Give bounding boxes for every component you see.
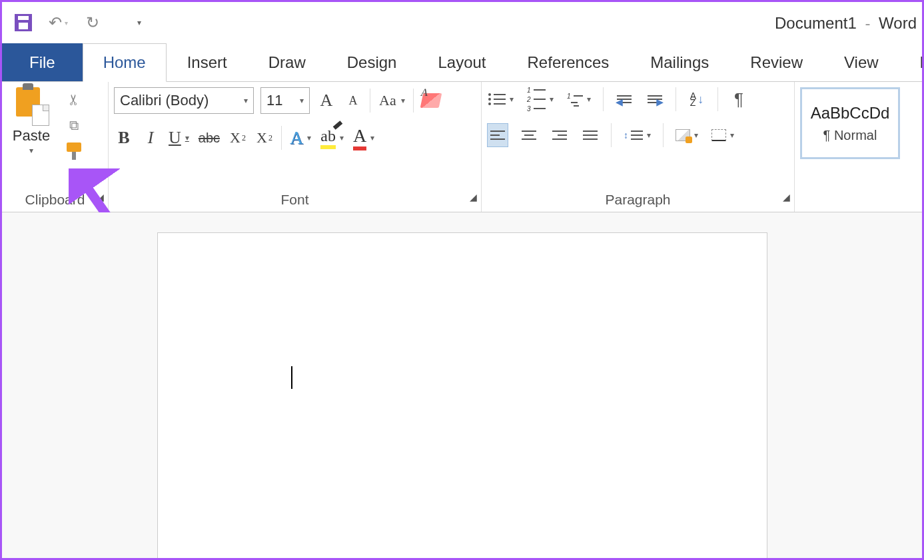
ribbon: Paste ▾ ✂ ⧉ Clipboard◢ Calibri (Body)▾ 1… <box>2 82 922 212</box>
borders-button[interactable]: ▾ <box>710 123 735 147</box>
save-button[interactable] <box>10 9 37 36</box>
clear-formatting-button[interactable] <box>420 89 442 113</box>
tab-references[interactable]: References <box>507 43 630 81</box>
sort-button[interactable]: AZ↓ <box>687 87 707 111</box>
style-normal[interactable]: AaBbCcDd ¶ Normal <box>800 87 900 159</box>
sort-icon: AZ <box>690 93 696 106</box>
subscript-button[interactable]: X2 <box>228 126 248 150</box>
chevron-down-icon: ▾ <box>550 95 554 104</box>
multilevel-list-button[interactable]: 1▾ <box>566 87 592 111</box>
increase-indent-button[interactable]: ◀ <box>645 87 665 111</box>
highlight-button[interactable]: ab▾ <box>319 126 345 150</box>
tab-draw[interactable]: Draw <box>248 43 326 81</box>
chevron-down-icon: ▾ <box>300 96 304 105</box>
tab-mailings[interactable]: Mailings <box>630 43 729 81</box>
grow-font-icon: A <box>320 91 333 111</box>
align-center-icon <box>522 131 536 140</box>
grow-font-button[interactable]: A <box>316 89 336 113</box>
save-icon <box>15 14 32 31</box>
group-styles: AaBbCcDd ¶ Normal <box>795 82 905 212</box>
tab-review[interactable]: Review <box>729 43 823 81</box>
chevron-down-icon: ▾ <box>185 133 189 143</box>
window-title: Document1 - Word <box>775 14 917 33</box>
group-paragraph: ▾ 123▾ 1▾ ◀ ◀ AZ↓ ¶ ↕▾ ▾ ▾ <box>482 82 795 212</box>
copy-button[interactable]: ⧉ <box>69 118 79 133</box>
align-center-button[interactable] <box>519 123 539 147</box>
chevron-down-icon: ▾ <box>730 131 734 140</box>
multilevel-icon: 1 <box>567 93 583 107</box>
document-page[interactable] <box>157 232 767 558</box>
group-font: Calibri (Body)▾ 11▾ A A Aa▾ B I U▾ abc X… <box>109 82 482 212</box>
decrease-indent-icon: ◀ <box>617 95 632 103</box>
font-color-button[interactable]: A▾ <box>352 126 376 150</box>
tab-help[interactable]: Help <box>899 43 924 81</box>
tab-layout[interactable]: Layout <box>417 43 506 81</box>
font-launcher-icon[interactable]: ◢ <box>470 192 477 202</box>
ribbon-tabs: File Home Insert Draw Design Layout Refe… <box>2 43 922 82</box>
text-effects-button[interactable]: A▾ <box>288 126 312 150</box>
underline-button[interactable]: U▾ <box>167 126 191 150</box>
bullets-button[interactable]: ▾ <box>487 87 515 111</box>
borders-icon <box>711 129 726 141</box>
increase-indent-icon: ◀ <box>648 95 662 103</box>
style-preview-text: AaBbCcDd <box>811 104 890 123</box>
chevron-down-icon: ▾ <box>137 18 141 27</box>
decrease-indent-button[interactable]: ◀ <box>614 87 634 111</box>
justify-button[interactable] <box>580 123 600 147</box>
shrink-font-button[interactable]: A <box>343 89 363 113</box>
chevron-down-icon: ▾ <box>647 131 651 140</box>
group-clipboard: Paste ▾ ✂ ⧉ Clipboard◢ <box>2 82 109 212</box>
chevron-down-icon: ▾ <box>307 133 311 142</box>
line-spacing-icon: ↕ <box>624 130 643 140</box>
quick-access-toolbar: ↶▾ ↻ ▾ Document1 - Word <box>2 2 922 43</box>
clipboard-launcher-icon[interactable]: ◢ <box>97 192 104 202</box>
chevron-down-icon: ▾ <box>370 133 374 142</box>
tab-view[interactable]: View <box>823 43 899 81</box>
align-right-button[interactable] <box>550 123 570 147</box>
tab-insert[interactable]: Insert <box>167 43 248 81</box>
show-marks-button[interactable]: ¶ <box>729 87 749 111</box>
format-painter-button[interactable] <box>67 142 81 160</box>
chevron-down-icon[interactable]: ▾ <box>65 19 68 27</box>
clipboard-group-label: Clipboard <box>25 192 85 207</box>
undo-icon: ↶ <box>49 13 62 32</box>
bold-button[interactable]: B <box>114 126 134 150</box>
paste-label: Paste <box>13 127 50 144</box>
undo-button[interactable]: ↶▾ <box>45 9 71 36</box>
chevron-down-icon: ▾ <box>401 96 405 105</box>
text-cursor <box>291 366 292 389</box>
superscript-button[interactable]: X2 <box>254 126 274 150</box>
eraser-icon <box>420 93 442 108</box>
font-size-dropdown[interactable]: 11▾ <box>260 87 310 114</box>
text-effects-icon: A <box>290 127 303 148</box>
style-name-text: Normal <box>834 128 877 142</box>
redo-button[interactable]: ↻ <box>79 9 106 36</box>
paste-icon <box>13 87 49 126</box>
cut-button[interactable]: ✂ <box>65 94 83 106</box>
customize-qat-button[interactable]: ▾ <box>126 9 153 36</box>
change-case-button[interactable]: Aa▾ <box>377 89 406 113</box>
paragraph-group-label: Paragraph <box>605 192 670 207</box>
paste-button[interactable]: Paste ▾ <box>7 87 55 155</box>
strikethrough-button[interactable]: abc <box>197 126 221 150</box>
numbering-button[interactable]: 123▾ <box>526 87 555 111</box>
align-left-icon <box>490 131 505 140</box>
app-name: Word <box>879 14 917 32</box>
font-color-icon: A <box>353 125 366 150</box>
tab-design[interactable]: Design <box>326 43 418 81</box>
chevron-down-icon[interactable]: ▾ <box>29 146 33 155</box>
shading-icon <box>676 129 690 141</box>
tab-home[interactable]: Home <box>83 43 167 82</box>
italic-button[interactable]: I <box>141 126 161 150</box>
tab-file[interactable]: File <box>2 43 83 81</box>
paragraph-launcher-icon[interactable]: ◢ <box>783 192 790 202</box>
numbering-icon: 123 <box>527 87 546 113</box>
document-name: Document1 <box>775 14 857 32</box>
line-spacing-button[interactable]: ↕▾ <box>622 123 652 147</box>
font-name-dropdown[interactable]: Calibri (Body)▾ <box>114 87 254 114</box>
bullets-icon <box>488 93 506 105</box>
shading-button[interactable]: ▾ <box>674 123 699 147</box>
chevron-down-icon: ▾ <box>510 95 514 104</box>
chevron-down-icon: ▾ <box>587 95 591 104</box>
align-left-button[interactable] <box>487 123 508 147</box>
